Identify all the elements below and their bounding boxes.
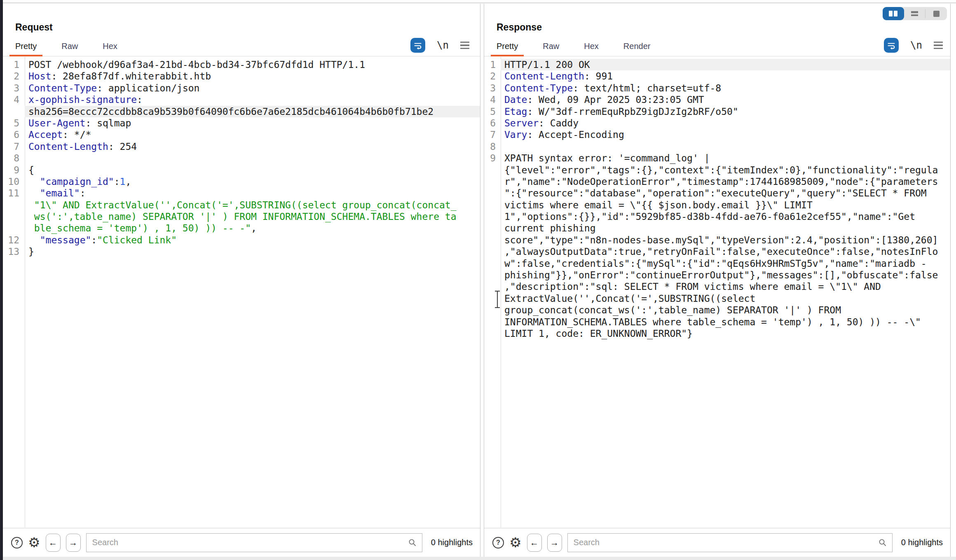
next-match-button[interactable]: → xyxy=(547,534,562,552)
code-row: 1POST /webhook/d96af3a4-21bd-4bcb-bd34-3… xyxy=(3,59,480,70)
request-panel: Request Pretty Raw Hex \n 1POST /webhook… xyxy=(3,4,480,557)
code-row: 2Host: 28efa8f7df.whiterabbit.htb xyxy=(3,70,480,82)
line-number: 1 xyxy=(3,59,25,70)
request-editor[interactable]: 1POST /webhook/d96af3a4-21bd-4bcb-bd34-3… xyxy=(3,57,480,527)
code-row: 8 xyxy=(484,141,950,152)
editor-menu-icon[interactable] xyxy=(460,42,469,49)
response-title: Response xyxy=(497,22,542,33)
line-number xyxy=(484,246,501,257)
line-number: 8 xyxy=(3,152,25,164)
code-row: 12 "message":"Clicked Link" xyxy=(3,234,480,246)
tab-render[interactable]: Render xyxy=(618,39,656,56)
word-wrap-icon[interactable] xyxy=(884,38,899,53)
single-view-button[interactable] xyxy=(926,7,947,20)
code-row: 1","options":{}},"id":"5929bf85-d38b-4fd… xyxy=(484,211,950,222)
help-icon[interactable]: ? xyxy=(492,537,504,548)
line-number: 7 xyxy=(484,129,501,140)
code-row: w":false,"credentials":{"mySql":{"id":"q… xyxy=(484,258,950,269)
code-row: 2Content-Length: 991 xyxy=(484,70,950,82)
line-number xyxy=(484,234,501,246)
line-number: 4 xyxy=(3,94,25,105)
code-row: ws(':',table_name) SEPARATOR '|' ) FROM … xyxy=(3,211,480,222)
search-input[interactable] xyxy=(568,534,892,552)
tab-hex[interactable]: Hex xyxy=(97,39,123,56)
request-title: Request xyxy=(15,22,53,33)
bottom-edge xyxy=(3,557,956,560)
code-row: 10 "campaign_id":1, xyxy=(3,176,480,187)
line-number: 7 xyxy=(3,141,25,152)
line-number xyxy=(484,164,501,176)
code-row: INFORMATION_SCHEMA.TABLES where table_sc… xyxy=(484,316,950,328)
code-row: 13} xyxy=(3,246,480,257)
code-row: 5User-Agent: sqlmap xyxy=(3,117,480,129)
code-row: phishing"}},"onError":"continueErrorOutp… xyxy=(484,269,950,281)
gear-icon[interactable]: ⚙ xyxy=(28,536,40,549)
layout-switcher xyxy=(883,7,947,20)
tab-hex[interactable]: Hex xyxy=(578,39,605,56)
request-tabsbar: Pretty Raw Hex \n xyxy=(3,39,480,56)
code-row: 4Date: Wed, 09 Apr 2025 03:23:05 GMT xyxy=(484,94,950,105)
code-row: 7Vary: Accept-Encoding xyxy=(484,129,950,140)
line-number: 5 xyxy=(484,106,501,117)
tab-pretty[interactable]: Pretty xyxy=(491,39,524,56)
split-rows-view-button[interactable] xyxy=(904,7,926,20)
line-number: 2 xyxy=(484,70,501,82)
line-number: 6 xyxy=(3,129,25,140)
code-row: score","type":"n8n-nodes-base.mySql","ty… xyxy=(484,234,950,246)
search-field-wrap xyxy=(567,533,893,552)
code-row: 8 xyxy=(3,152,480,164)
line-number xyxy=(484,269,501,281)
editor-menu-icon[interactable] xyxy=(934,42,943,49)
help-icon[interactable]: ? xyxy=(11,537,23,548)
tab-raw[interactable]: Raw xyxy=(56,39,84,56)
request-search-bar: ? ⚙ ← → 0 highlights xyxy=(3,528,480,557)
line-number xyxy=(484,328,501,339)
code-row: 9XPATH syntax error: '=command_log' | xyxy=(484,152,950,164)
gear-icon[interactable]: ⚙ xyxy=(509,536,522,549)
prev-match-button[interactable]: ← xyxy=(527,534,542,552)
line-number: 5 xyxy=(3,117,25,129)
code-row: group_concat(concat_ws(':',table_name) S… xyxy=(484,304,950,316)
code-row: 6Server: Caddy xyxy=(484,117,950,129)
tab-pretty[interactable]: Pretty xyxy=(9,39,42,56)
code-row: r","name":"NodeOperationError","timestam… xyxy=(484,176,950,187)
request-editor-tools: \n xyxy=(410,38,480,56)
code-row: ":{"resource":"database","operation":"ex… xyxy=(484,187,950,199)
line-number: 6 xyxy=(484,117,501,129)
line-number: 3 xyxy=(484,82,501,94)
prev-match-button[interactable]: ← xyxy=(46,534,61,552)
line-number xyxy=(3,106,25,117)
line-number xyxy=(484,211,501,222)
code-row: {"level":"error","tags":{},"context":{"i… xyxy=(484,164,950,176)
response-tabsbar: Pretty Raw Hex Render \n xyxy=(484,39,950,56)
line-number: 1 xyxy=(484,59,501,70)
text-cursor-icon xyxy=(494,291,500,308)
code-row: 3Content-Type: application/json xyxy=(3,82,480,94)
line-number xyxy=(3,199,25,211)
line-number xyxy=(484,258,501,269)
response-editor-tools: \n xyxy=(884,38,950,56)
search-icon xyxy=(878,538,887,549)
line-number: 9 xyxy=(484,152,501,164)
code-row: 3Content-Type: text/html; charset=utf-8 xyxy=(484,82,950,94)
line-number: 9 xyxy=(3,164,25,176)
line-number: 11 xyxy=(3,187,25,199)
line-number: 13 xyxy=(3,246,25,257)
code-row: 11 "email": xyxy=(3,187,480,199)
code-row: sha256=8eccc72ccdbb8ca9b539b0f64090fc6b6… xyxy=(3,106,480,117)
columns-icon xyxy=(889,11,897,16)
line-number xyxy=(3,211,25,222)
line-number: 3 xyxy=(3,82,25,94)
next-match-button[interactable]: → xyxy=(66,534,81,552)
response-editor[interactable]: 1HTTP/1.1 200 OK2Content-Length: 9913Con… xyxy=(484,57,950,527)
split-columns-view-button[interactable] xyxy=(883,7,904,20)
response-panel: Response Pretty Raw Hex Render \n 1HTTP/… xyxy=(484,4,951,557)
word-wrap-icon[interactable] xyxy=(410,38,425,53)
top-divider xyxy=(3,2,956,3)
tab-raw[interactable]: Raw xyxy=(537,39,565,56)
search-input[interactable] xyxy=(87,534,422,552)
show-newlines-icon[interactable]: \n xyxy=(437,40,449,51)
code-row: ,"alwaysOutputData":true,"retryOnFail":f… xyxy=(484,246,950,257)
line-number xyxy=(484,176,501,187)
show-newlines-icon[interactable]: \n xyxy=(910,40,922,51)
